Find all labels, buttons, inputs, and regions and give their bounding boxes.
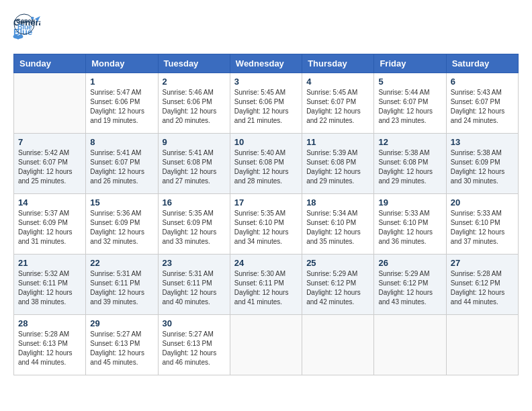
day-cell: 21 Sunrise: 5:32 AMSunset: 6:11 PMDaylig… (14, 255, 86, 315)
day-info: Sunrise: 5:38 AMSunset: 6:08 PMDaylight:… (378, 149, 433, 185)
day-info: Sunrise: 5:45 AMSunset: 6:06 PMDaylight:… (234, 89, 289, 124)
day-info: Sunrise: 5:33 AMSunset: 6:10 PMDaylight:… (378, 210, 433, 245)
day-cell: 1 Sunrise: 5:47 AMSunset: 6:06 PMDayligh… (86, 73, 158, 134)
day-number: 7 (18, 137, 81, 147)
day-number: 18 (306, 197, 369, 208)
day-cell: 22 Sunrise: 5:31 AMSunset: 6:11 PMDaylig… (86, 255, 158, 315)
day-info: Sunrise: 5:27 AMSunset: 6:13 PMDaylight:… (163, 330, 217, 366)
day-number: 15 (90, 197, 153, 208)
day-cell: 26 Sunrise: 5:29 AMSunset: 6:12 PMDaylig… (374, 255, 446, 315)
day-info: Sunrise: 5:35 AMSunset: 6:09 PMDaylight:… (163, 210, 217, 245)
day-info: Sunrise: 5:41 AMSunset: 6:07 PMDaylight:… (90, 149, 144, 185)
header-cell-monday: Monday (86, 54, 158, 73)
day-cell (230, 315, 302, 375)
day-number: 14 (18, 197, 81, 208)
day-cell: 10 Sunrise: 5:40 AMSunset: 6:08 PMDaylig… (230, 134, 302, 194)
day-cell: 19 Sunrise: 5:33 AMSunset: 6:10 PMDaylig… (374, 194, 446, 255)
week-row-1: 1 Sunrise: 5:47 AMSunset: 6:06 PMDayligh… (14, 73, 519, 134)
day-number: 9 (163, 137, 226, 147)
day-info: Sunrise: 5:37 AMSunset: 6:09 PMDaylight:… (18, 210, 73, 245)
day-info: Sunrise: 5:29 AMSunset: 6:12 PMDaylight:… (378, 270, 433, 306)
day-cell: 30 Sunrise: 5:27 AMSunset: 6:13 PMDaylig… (158, 315, 230, 375)
day-info: Sunrise: 5:27 AMSunset: 6:13 PMDaylight:… (90, 330, 144, 366)
header-cell-friday: Friday (374, 54, 446, 73)
header-cell-wednesday: Wednesday (230, 54, 302, 73)
day-cell (14, 73, 86, 134)
day-number: 30 (163, 318, 226, 328)
day-info: Sunrise: 5:40 AMSunset: 6:08 PMDaylight:… (234, 149, 289, 185)
day-number: 27 (451, 258, 514, 268)
day-info: Sunrise: 5:38 AMSunset: 6:09 PMDaylight:… (451, 149, 505, 185)
day-number: 13 (451, 137, 514, 147)
day-cell: 15 Sunrise: 5:36 AMSunset: 6:09 PMDaylig… (86, 194, 158, 255)
day-cell: 11 Sunrise: 5:39 AMSunset: 6:08 PMDaylig… (302, 134, 374, 194)
day-info: Sunrise: 5:39 AMSunset: 6:08 PMDaylight:… (306, 149, 361, 185)
day-number: 4 (306, 77, 369, 87)
day-cell: 6 Sunrise: 5:43 AMSunset: 6:07 PMDayligh… (446, 73, 518, 134)
day-number: 6 (451, 77, 514, 87)
day-cell: 4 Sunrise: 5:45 AMSunset: 6:07 PMDayligh… (302, 73, 374, 134)
day-info: Sunrise: 5:36 AMSunset: 6:09 PMDaylight:… (90, 210, 144, 245)
day-cell: 20 Sunrise: 5:33 AMSunset: 6:10 PMDaylig… (446, 194, 518, 255)
day-cell: 12 Sunrise: 5:38 AMSunset: 6:08 PMDaylig… (374, 134, 446, 194)
day-info: Sunrise: 5:44 AMSunset: 6:07 PMDaylight:… (378, 89, 433, 124)
day-number: 10 (234, 137, 298, 147)
day-number: 25 (306, 258, 369, 268)
day-info: Sunrise: 5:43 AMSunset: 6:07 PMDaylight:… (451, 89, 505, 124)
calendar-table: SundayMondayTuesdayWednesdayThursdayFrid… (13, 54, 519, 375)
day-cell: 2 Sunrise: 5:46 AMSunset: 6:06 PMDayligh… (158, 73, 230, 134)
day-info: Sunrise: 5:47 AMSunset: 6:06 PMDaylight:… (90, 89, 144, 124)
day-info: Sunrise: 5:31 AMSunset: 6:11 PMDaylight:… (163, 270, 217, 306)
day-cell: 27 Sunrise: 5:28 AMSunset: 6:12 PMDaylig… (446, 255, 518, 315)
day-info: Sunrise: 5:41 AMSunset: 6:08 PMDaylight:… (163, 149, 217, 185)
day-cell: 18 Sunrise: 5:34 AMSunset: 6:10 PMDaylig… (302, 194, 374, 255)
day-info: Sunrise: 5:32 AMSunset: 6:11 PMDaylight:… (18, 270, 73, 306)
day-info: Sunrise: 5:29 AMSunset: 6:12 PMDaylight:… (306, 270, 361, 306)
day-cell: 13 Sunrise: 5:38 AMSunset: 6:09 PMDaylig… (446, 134, 518, 194)
day-cell: 28 Sunrise: 5:28 AMSunset: 6:13 PMDaylig… (14, 315, 86, 375)
day-info: Sunrise: 5:28 AMSunset: 6:13 PMDaylight:… (18, 330, 73, 366)
day-number: 24 (234, 258, 298, 268)
day-number: 29 (90, 318, 153, 328)
day-info: Sunrise: 5:31 AMSunset: 6:11 PMDaylight:… (90, 270, 144, 306)
header-cell-tuesday: Tuesday (158, 54, 230, 73)
day-info: Sunrise: 5:46 AMSunset: 6:06 PMDaylight:… (163, 89, 217, 124)
day-number: 28 (18, 318, 81, 328)
day-info: Sunrise: 5:33 AMSunset: 6:10 PMDaylight:… (451, 210, 505, 245)
day-info: Sunrise: 5:45 AMSunset: 6:07 PMDaylight:… (306, 89, 361, 124)
header-cell-sunday: Sunday (14, 54, 86, 73)
day-number: 21 (18, 258, 81, 268)
week-row-5: 28 Sunrise: 5:28 AMSunset: 6:13 PMDaylig… (14, 315, 519, 375)
day-number: 1 (90, 77, 153, 87)
day-number: 19 (378, 197, 441, 208)
day-cell: 16 Sunrise: 5:35 AMSunset: 6:09 PMDaylig… (158, 194, 230, 255)
logo-container: General Blue (13, 13, 35, 35)
day-info: Sunrise: 5:28 AMSunset: 6:12 PMDaylight:… (451, 270, 505, 306)
day-number: 2 (163, 77, 226, 87)
day-number: 16 (163, 197, 226, 208)
day-number: 3 (234, 77, 298, 87)
day-cell (446, 315, 518, 375)
day-cell (302, 315, 374, 375)
day-cell: 7 Sunrise: 5:42 AMSunset: 6:07 PMDayligh… (14, 134, 86, 194)
day-number: 17 (234, 197, 298, 208)
day-cell: 3 Sunrise: 5:45 AMSunset: 6:06 PMDayligh… (230, 73, 302, 134)
week-row-3: 14 Sunrise: 5:37 AMSunset: 6:09 PMDaylig… (14, 194, 519, 255)
day-number: 8 (90, 137, 153, 147)
day-info: Sunrise: 5:34 AMSunset: 6:10 PMDaylight:… (306, 210, 361, 245)
day-cell: 17 Sunrise: 5:35 AMSunset: 6:10 PMDaylig… (230, 194, 302, 255)
day-number: 23 (163, 258, 226, 268)
day-number: 20 (451, 197, 514, 208)
day-cell: 14 Sunrise: 5:37 AMSunset: 6:09 PMDaylig… (14, 194, 86, 255)
week-row-4: 21 Sunrise: 5:32 AMSunset: 6:11 PMDaylig… (14, 255, 519, 315)
day-info: Sunrise: 5:30 AMSunset: 6:11 PMDaylight:… (234, 270, 289, 306)
day-cell: 9 Sunrise: 5:41 AMSunset: 6:08 PMDayligh… (158, 134, 230, 194)
day-number: 5 (378, 77, 441, 87)
day-number: 12 (378, 137, 441, 147)
day-cell (374, 315, 446, 375)
day-cell: 29 Sunrise: 5:27 AMSunset: 6:13 PMDaylig… (86, 315, 158, 375)
header-row: SundayMondayTuesdayWednesdayThursdayFrid… (14, 54, 519, 73)
header-cell-thursday: Thursday (302, 54, 374, 73)
day-cell: 23 Sunrise: 5:31 AMSunset: 6:11 PMDaylig… (158, 255, 230, 315)
day-number: 26 (378, 258, 441, 268)
